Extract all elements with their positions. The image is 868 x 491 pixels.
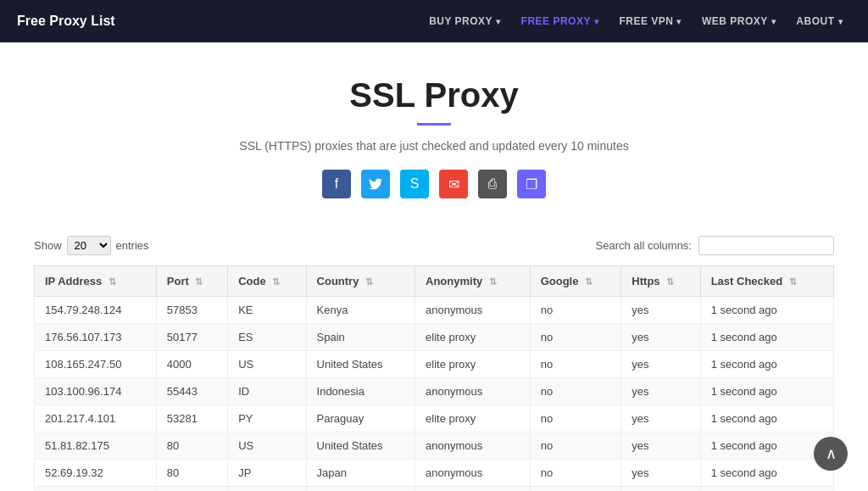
skype-icon[interactable]: S (400, 170, 429, 198)
show-label: Show (34, 239, 62, 252)
cell-google: no (530, 487, 621, 492)
table-row: 51.81.82.17580USUnited Statesanonymousno… (35, 432, 834, 460)
col-https[interactable]: Https ⇅ (621, 266, 700, 297)
cell-google: no (530, 405, 621, 432)
sort-icon-ip: ⇅ (108, 276, 116, 287)
cell-ip: 201.217.4.101 (35, 405, 157, 432)
facebook-icon[interactable]: f (322, 170, 351, 198)
sort-icon-code: ⇅ (272, 276, 280, 287)
sort-icon-country: ⇅ (365, 276, 373, 287)
cell-port: 57853 (156, 297, 227, 324)
sort-icon-google: ⇅ (585, 276, 593, 287)
nav-link-web-proxy[interactable]: WEB PROXY ▾ (693, 10, 784, 32)
col-anonymity[interactable]: Anonymity ⇅ (415, 266, 531, 297)
print-icon[interactable]: ⎙ (478, 170, 507, 198)
cell-ip: 103.100.96.174 (35, 378, 157, 405)
cell-port: 55443 (156, 378, 227, 405)
cell-google: no (530, 324, 621, 351)
col-ip[interactable]: IP Address ⇅ (35, 266, 157, 297)
cell-anonymity: elite proxy (415, 351, 531, 378)
cell-anonymity: elite proxy (415, 405, 531, 432)
email-icon[interactable]: ✉ (439, 170, 468, 198)
table-controls: Show 10 20 50 100 entries Search all col… (34, 236, 834, 255)
caret-icon: ▾ (838, 17, 843, 26)
nav-item-buy-proxy[interactable]: BUY PROXY ▾ (420, 10, 509, 32)
nav-link-buy-proxy[interactable]: BUY PROXY ▾ (420, 10, 509, 32)
sort-icon-https: ⇅ (666, 276, 674, 287)
social-icons: f S ✉ ⎙ ❐ (17, 170, 851, 198)
cell-google: no (530, 432, 621, 460)
cell-country: Kenya (306, 297, 415, 324)
nav-item-free-vpn[interactable]: FREE VPN ▾ (610, 10, 690, 32)
cell-code: ES (228, 324, 306, 351)
cell-last_checked: 1 second ago (700, 460, 833, 487)
table-row: 154.79.248.12457853KEKenyaanonymousnoyes… (35, 297, 834, 324)
nav-item-free-proxy[interactable]: FREE PROXY ▾ (513, 10, 608, 32)
cell-port: 53281 (156, 405, 227, 432)
brand-logo: Free Proxy List (17, 14, 115, 29)
hero-subtitle: SSL (HTTPS) proxies that are just checke… (17, 139, 851, 153)
col-country[interactable]: Country ⇅ (306, 266, 415, 297)
copy-icon[interactable]: ❐ (517, 170, 546, 198)
col-port[interactable]: Port ⇅ (156, 266, 227, 297)
col-last-checked[interactable]: Last Checked ⇅ (700, 266, 833, 297)
cell-port: 4000 (156, 351, 227, 378)
cell-last_checked: 1 second ago (700, 487, 833, 492)
cell-https: yes (621, 351, 700, 378)
table-body: 154.79.248.12457853KEKenyaanonymousnoyes… (35, 297, 834, 492)
sort-icon-anonymity: ⇅ (489, 276, 497, 287)
cell-last_checked: 1 second ago (700, 351, 833, 378)
cell-ip: 52.69.19.32 (35, 460, 157, 487)
scroll-to-top-button[interactable]: ∧ (814, 437, 848, 471)
cell-port: 80 (156, 460, 227, 487)
nav-link-free-proxy[interactable]: FREE PROXY ▾ (513, 10, 608, 32)
table-row: 52.69.19.3280JPJapananonymousnoyes1 seco… (35, 460, 834, 487)
sort-icon-last-checked: ⇅ (789, 276, 797, 287)
cell-country: United States (306, 432, 415, 460)
cell-anonymity: elite proxy (415, 487, 531, 492)
search-input[interactable] (698, 236, 834, 255)
cell-code: JP (228, 460, 306, 487)
cell-country: Spain (306, 324, 415, 351)
cell-country: Paraguay (306, 405, 415, 432)
navbar: Free Proxy List BUY PROXY ▾ FREE PROXY ▾… (0, 0, 868, 42)
cell-port: 50177 (156, 324, 227, 351)
nav-item-about[interactable]: ABOUT ▾ (787, 10, 851, 32)
cell-code: US (228, 487, 306, 492)
table-row: 176.56.107.17350177ESSpainelite proxynoy… (35, 324, 834, 351)
nav-link-free-vpn[interactable]: FREE VPN ▾ (610, 10, 690, 32)
twitter-icon[interactable] (361, 170, 390, 198)
cell-google: no (530, 378, 621, 405)
cell-https: yes (621, 432, 700, 460)
page-title: SSL Proxy (17, 76, 851, 114)
cell-country: United States (306, 487, 415, 492)
col-google[interactable]: Google ⇅ (530, 266, 621, 297)
cell-anonymity: anonymous (415, 297, 531, 324)
search-label: Search all columns: (596, 239, 692, 252)
cell-ip: 154.79.248.124 (35, 297, 157, 324)
entries-select[interactable]: 10 20 50 100 (67, 236, 111, 255)
caret-icon: ▾ (676, 17, 682, 26)
cell-google: no (530, 351, 621, 378)
cell-last_checked: 1 second ago (700, 405, 833, 432)
cell-https: yes (621, 378, 700, 405)
cell-anonymity: anonymous (415, 378, 531, 405)
hero-section: SSL Proxy SSL (HTTPS) proxies that are j… (0, 42, 868, 236)
entries-label: entries (116, 239, 149, 252)
cell-code: US (228, 432, 306, 460)
cell-port: 80 (156, 432, 227, 460)
cell-code: ID (228, 378, 306, 405)
col-code[interactable]: Code ⇅ (228, 266, 306, 297)
nav-link-about[interactable]: ABOUT ▾ (787, 10, 851, 32)
cell-https: yes (621, 460, 700, 487)
caret-icon: ▾ (771, 17, 776, 26)
table-row: 201.217.4.10153281PYParaguayelite proxyn… (35, 405, 834, 432)
cell-country: Japan (306, 460, 415, 487)
table-row: 52.167.12.1831080USUnited Stateselite pr… (35, 487, 834, 492)
cell-ip: 52.167.12.183 (35, 487, 157, 492)
nav-item-web-proxy[interactable]: WEB PROXY ▾ (693, 10, 784, 32)
cell-code: KE (228, 297, 306, 324)
scroll-top-icon: ∧ (826, 444, 837, 463)
cell-code: US (228, 351, 306, 378)
cell-google: no (530, 460, 621, 487)
